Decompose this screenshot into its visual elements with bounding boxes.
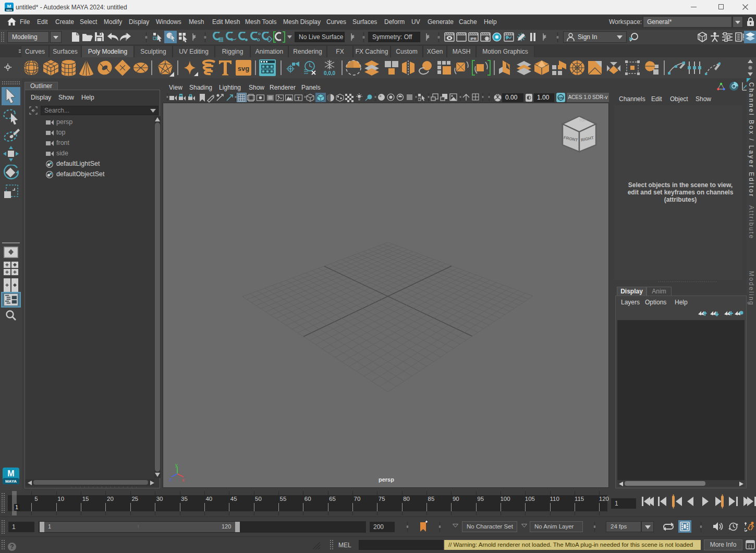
svg-text:MAYA: MAYA: [6, 9, 12, 11]
svg-text:0,0,0: 0,0,0: [324, 70, 336, 76]
svg-text:z: z: [169, 477, 172, 482]
svg-text:svg: svg: [238, 65, 249, 72]
svg-text:ON: ON: [558, 96, 563, 100]
svg-text:{ }: { }: [748, 544, 752, 548]
svg-text:M: M: [7, 469, 14, 478]
svg-text:y: y: [175, 462, 178, 468]
svg-text:MAYA: MAYA: [5, 479, 17, 484]
svg-text:M: M: [7, 3, 11, 9]
svg-text:T: T: [297, 96, 300, 101]
svg-text:TOP: TOP: [579, 118, 587, 122]
svg-text:x: x: [182, 477, 185, 482]
svg-text:IPR: IPR: [470, 37, 477, 41]
